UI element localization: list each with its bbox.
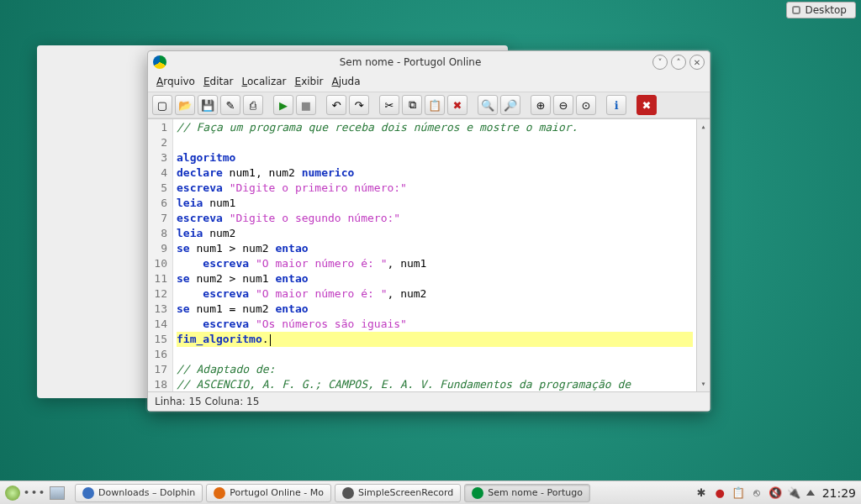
minimize-button[interactable]: ˅ (652, 55, 668, 70)
menu-localizar[interactable]: Localizar (239, 74, 290, 89)
task-icon (342, 487, 354, 499)
toolbar-save-button[interactable]: 💾 (198, 95, 218, 115)
code-line[interactable]: escreva "O maior número é: ", num2 (177, 286, 693, 302)
vertical-scrollbar[interactable] (696, 119, 710, 391)
toolbar-about-button[interactable]: ℹ (606, 95, 626, 115)
code-line[interactable]: se num2 > num1 entao (177, 271, 693, 286)
code-line[interactable]: se num1 > num2 entao (177, 241, 693, 256)
line-gutter: 12345678910111213141516171819 (148, 119, 173, 391)
task-icon (82, 487, 94, 499)
toolbar: ▢📂💾✎⎙▶■↶↷✂⧉📋✖🔍🔎⊕⊖⊙ℹ✖ (148, 92, 710, 118)
code-line[interactable]: se num1 = num2 entao (177, 302, 693, 317)
code-line[interactable]: // Faça um programa que receba dois núme… (177, 120, 693, 135)
task-ssr[interactable]: SimpleScreenRecord (335, 484, 461, 502)
code-line[interactable]: leia num2 (177, 226, 693, 241)
toolbar-stop-button[interactable]: ■ (296, 95, 316, 115)
pager[interactable] (50, 486, 65, 500)
code-line[interactable]: escreva "O maior número é: ", num1 (177, 256, 693, 271)
tray-battery-icon[interactable]: 🔌 (788, 486, 800, 499)
toolbar-new-button[interactable]: ▢ (152, 95, 172, 115)
code-line[interactable] (177, 135, 693, 150)
toolbar-open-button[interactable]: 📂 (175, 95, 195, 115)
toolbar-zoomin-button[interactable]: ⊕ (531, 95, 551, 115)
app-icon (153, 55, 166, 69)
toolbar-run-button[interactable]: ▶ (273, 95, 293, 115)
maximize-button[interactable]: ˄ (671, 55, 686, 70)
opensuse-start-icon (5, 486, 20, 501)
code-line[interactable]: declare num1, num2 numerico (177, 165, 693, 181)
code-line[interactable] (177, 347, 693, 362)
tray-record-icon[interactable]: ● (714, 486, 726, 499)
desktop-swapper[interactable]: Desktop (786, 2, 857, 18)
taskbar: ••• Downloads – DolphinPortugol Online -… (0, 480, 861, 504)
app-window-portugol: Sem nome - Portugol Online ˅ ˄ ✕ Arquivo… (147, 50, 710, 412)
menu-ajuda[interactable]: Ajuda (328, 74, 363, 89)
toolbar-undo-button[interactable]: ↶ (326, 95, 346, 115)
toolbar-redo-button[interactable]: ↷ (349, 95, 369, 115)
toolbar-delete-button[interactable]: ✖ (447, 95, 467, 115)
task-icon (214, 487, 225, 499)
code-line[interactable]: // ASCENCIO, A. F. G.; CAMPOS, E. A. V. … (177, 377, 693, 391)
start-menu[interactable] (5, 486, 20, 501)
titlebar[interactable]: Sem nome - Portugol Online ˅ ˄ ✕ (148, 51, 710, 73)
toolbar-exit-button[interactable]: ✖ (637, 95, 657, 115)
toolbar-copy-button[interactable]: ⧉ (402, 95, 422, 115)
close-button[interactable]: ✕ (689, 55, 705, 70)
task-portugol[interactable]: Sem nome - Portugo (464, 484, 590, 502)
code-area[interactable]: // Faça um programa que receba dois núme… (173, 119, 696, 391)
system-tray: ✱ ● 📋 ⎋ 🔇 🔌 21:29 (695, 486, 856, 500)
toolbar-zoomreset-button[interactable]: ⊙ (576, 95, 596, 115)
toolbar-cut-button[interactable]: ✂ (379, 95, 399, 115)
task-label: Portugol Online - Mo (230, 487, 324, 498)
code-editor[interactable]: 12345678910111213141516171819 // Faça um… (148, 118, 710, 391)
toolbar-saveas-button[interactable]: ✎ (220, 95, 240, 115)
tray-updates-icon[interactable]: ✱ (695, 486, 708, 499)
quicklaunch[interactable]: ••• (24, 487, 46, 498)
task-list: Downloads – DolphinPortugol Online - MoS… (75, 484, 590, 502)
task-icon (472, 487, 483, 499)
code-line[interactable]: escreva "Digite o primeiro número:" (177, 181, 693, 196)
code-line[interactable]: // Adaptado de: (177, 362, 693, 377)
code-line[interactable]: escreva "Os números são iguais" (177, 317, 693, 332)
code-line[interactable]: algoritmo (177, 150, 693, 165)
task-firefox[interactable]: Portugol Online - Mo (206, 484, 331, 502)
tray-clipboard-icon[interactable]: 📋 (732, 486, 745, 499)
status-bar: Linha: 15 Coluna: 15 (148, 391, 710, 411)
window-title: Sem nome - Portugol Online (172, 56, 649, 68)
code-line[interactable]: fim_algoritmo. (177, 332, 693, 347)
tray-volume-icon[interactable]: 🔇 (769, 486, 782, 499)
menu-exibir[interactable]: Exibir (292, 74, 327, 89)
task-label: Sem nome - Portugo (488, 487, 583, 498)
toolbar-zoomout-button[interactable]: ⊖ (553, 95, 573, 115)
toolbar-paste-button[interactable]: 📋 (425, 95, 445, 115)
code-line[interactable]: leia num1 (177, 196, 693, 211)
tray-expand-icon[interactable] (806, 490, 815, 496)
task-dolphin[interactable]: Downloads – Dolphin (75, 484, 203, 502)
desktop-swapper-label: Desktop (806, 4, 848, 16)
toolbar-replace-button[interactable]: 🔎 (500, 95, 520, 115)
task-label: Downloads – Dolphin (98, 487, 195, 498)
task-label: SimpleScreenRecord (358, 487, 453, 498)
code-line[interactable]: escreva "Digite o segundo número:" (177, 211, 693, 226)
toolbar-find-button[interactable]: 🔍 (478, 95, 498, 115)
menu-editar[interactable]: Editar (200, 74, 237, 89)
clock[interactable]: 21:29 (822, 486, 856, 500)
toolbar-print-button[interactable]: ⎙ (243, 95, 263, 115)
desktop-swapper-icon (792, 6, 800, 14)
tray-network-icon[interactable]: ⎋ (751, 486, 763, 499)
menubar: ArquivoEditarLocalizarExibirAjuda (148, 73, 710, 92)
menu-arquivo[interactable]: Arquivo (153, 74, 198, 89)
